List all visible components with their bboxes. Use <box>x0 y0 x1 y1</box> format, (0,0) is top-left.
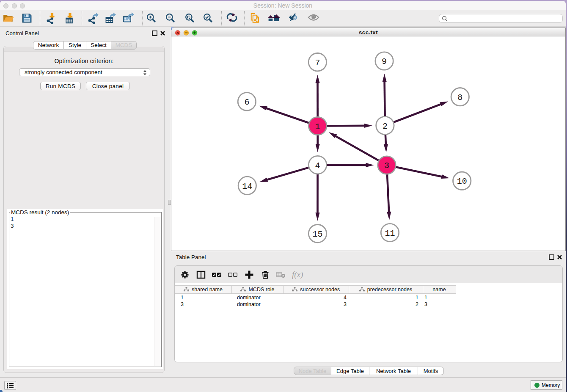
svg-text:15: 15 <box>312 229 322 239</box>
svg-text:1: 1 <box>315 122 320 132</box>
svg-text:11: 11 <box>385 229 395 238</box>
svg-text:14: 14 <box>242 182 252 191</box>
svg-text:9: 9 <box>382 57 387 66</box>
svg-text:4: 4 <box>315 161 320 171</box>
svg-text:f(x): f(x) <box>292 270 303 279</box>
svg-text:3: 3 <box>384 161 389 171</box>
svg-text:2: 2 <box>383 121 388 131</box>
svg-text:6: 6 <box>244 97 249 107</box>
svg-text:8: 8 <box>457 93 462 102</box>
svg-text:7: 7 <box>315 58 320 68</box>
svg-text:10: 10 <box>457 177 467 186</box>
